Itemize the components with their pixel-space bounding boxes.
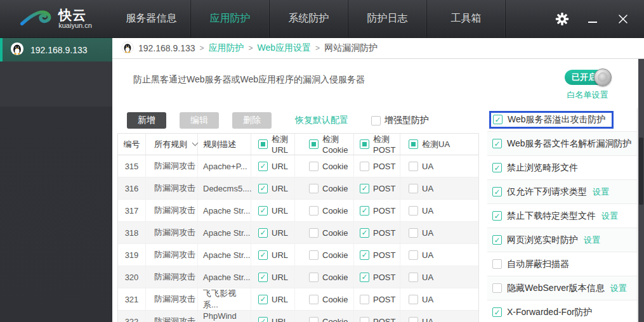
check-url-cell: URL xyxy=(251,155,295,177)
minimize-icon[interactable] xyxy=(586,12,600,26)
protection-option-row[interactable]: Web服务器溢出攻击防护 xyxy=(487,108,637,132)
checkbox-unchecked[interactable] xyxy=(492,259,502,269)
table-row[interactable]: 319防漏洞攻击Apache Str...URLCookiePOSTUA xyxy=(118,244,478,266)
breadcrumb-app-protection[interactable]: 应用防护 xyxy=(209,42,244,54)
checkbox-unchecked[interactable] xyxy=(409,206,418,216)
breadcrumb-web-app-settings[interactable]: Web应用设置 xyxy=(258,42,312,54)
checkbox-checked[interactable] xyxy=(492,307,502,317)
checkbox-unchecked[interactable] xyxy=(409,162,418,171)
table-row[interactable]: 315防漏洞攻击Apache+P...URLCookiePOSTUA xyxy=(118,155,478,177)
protection-option-row[interactable]: 网页浏览实时防护设置 xyxy=(487,228,637,252)
protection-option-row[interactable]: X-Forwarded-For防护 xyxy=(487,300,637,322)
protection-option-row[interactable]: Web服务器文件名解析漏洞防护 xyxy=(487,132,637,156)
check-cookie-cell: Cookie xyxy=(295,222,354,243)
nav-toolbox[interactable]: 工具箱 xyxy=(427,0,506,37)
nav-system-protection[interactable]: 系统防护 xyxy=(270,0,348,37)
checkbox-unchecked[interactable] xyxy=(309,162,319,171)
checkbox-checked[interactable] xyxy=(258,250,268,260)
checkbox-unchecked[interactable] xyxy=(409,228,418,238)
checkbox-unchecked[interactable] xyxy=(409,250,418,260)
checkbox-unchecked[interactable] xyxy=(309,295,319,304)
protection-toggle[interactable]: 已开启 xyxy=(565,69,610,86)
checkbox-unchecked[interactable] xyxy=(360,295,369,304)
checkbox-checked[interactable] xyxy=(258,162,268,171)
checkbox-unchecked[interactable] xyxy=(360,162,369,171)
checkbox-checked[interactable] xyxy=(492,139,502,148)
checkbox-unchecked[interactable] xyxy=(309,317,319,322)
checkbox-unchecked[interactable] xyxy=(409,317,418,322)
nav-server-info[interactable]: 服务器信息 xyxy=(112,0,191,37)
checkbox-checked[interactable] xyxy=(360,228,369,238)
checkbox-checked[interactable] xyxy=(258,228,268,238)
rule-type: 防漏洞攻击 xyxy=(154,316,195,322)
settings-link[interactable]: 设置 xyxy=(610,283,627,294)
restore-defaults-link[interactable]: 恢复默认配置 xyxy=(295,115,348,126)
checkbox-checked[interactable] xyxy=(360,250,369,260)
check-all-post-checkbox[interactable] xyxy=(360,139,369,149)
table-row[interactable]: 320防漏洞攻击Apache Str...URLCookiePOSTUA xyxy=(118,266,478,288)
protection-option-row[interactable]: 隐藏WebServer版本信息设置 xyxy=(487,276,637,300)
checkbox-unchecked[interactable] xyxy=(309,250,319,260)
checkbox-checked[interactable] xyxy=(258,295,268,304)
protection-option-row[interactable]: 自动屏蔽扫描器 xyxy=(487,252,637,276)
table-row[interactable]: 318防漏洞攻击Apache Str...URLCookiePOSTUA xyxy=(118,222,478,244)
checkbox-checked[interactable] xyxy=(360,206,369,216)
nav-protection-log[interactable]: 防护日志 xyxy=(348,0,427,37)
checkbox-unchecked[interactable] xyxy=(360,317,369,322)
check-post-label: POST xyxy=(373,184,395,193)
rule-desc: Apache Str... xyxy=(203,228,250,238)
check-all-url-checkbox[interactable] xyxy=(258,139,268,149)
settings-link[interactable]: 设置 xyxy=(584,235,600,246)
checkbox-checked[interactable] xyxy=(258,317,268,322)
protection-option-row[interactable]: 仅允许下列请求类型设置 xyxy=(487,180,637,204)
scrollbar-thumb[interactable] xyxy=(639,138,643,205)
checkbox-unchecked[interactable] xyxy=(309,228,319,238)
checkbox-unchecked[interactable] xyxy=(309,273,319,282)
highlighted-option: Web服务器溢出攻击防护 xyxy=(489,111,614,129)
delete-rule-button[interactable]: 删除 xyxy=(232,112,272,129)
enhanced-protection-option[interactable]: 增强型防护 xyxy=(371,115,429,126)
nav-app-protection[interactable]: 应用防护 xyxy=(191,0,270,37)
table-row[interactable]: 317防漏洞攻击Apache Str...URLCookiePOSTUA xyxy=(118,200,478,222)
table-row[interactable]: 321防漏洞攻击飞飞影视系...URLCookiePOSTUA xyxy=(118,288,478,311)
checkbox-unchecked[interactable] xyxy=(409,273,418,282)
check-all-ua-checkbox[interactable] xyxy=(409,139,418,149)
toggle-knob[interactable] xyxy=(594,68,612,86)
check-cookie-label: Cookie xyxy=(322,317,348,322)
checkbox-checked[interactable] xyxy=(492,235,502,245)
checkbox-unchecked[interactable] xyxy=(492,283,502,293)
checkbox-checked[interactable] xyxy=(258,184,268,193)
rule-type-cell: 防漏洞攻击 xyxy=(146,200,198,221)
edit-rule-button[interactable]: 编辑 xyxy=(180,112,219,129)
header-rules-filter-dropdown[interactable]: 所有规则 xyxy=(146,134,198,155)
checkbox-checked[interactable] xyxy=(258,273,268,282)
sidebar-item-server[interactable]: 192.168.9.133 xyxy=(0,38,112,61)
checkbox-checked[interactable] xyxy=(258,206,268,216)
rule-desc: Apache+P... xyxy=(203,162,247,171)
vertical-scrollbar[interactable] xyxy=(638,59,644,322)
protection-option-row[interactable]: 禁止浏览畸形文件 xyxy=(487,156,637,180)
enhanced-protection-checkbox[interactable] xyxy=(371,116,381,126)
whitelist-settings-link[interactable]: 白名单设置 xyxy=(565,89,610,101)
settings-link[interactable]: 设置 xyxy=(601,210,618,222)
checkbox-checked[interactable] xyxy=(360,273,369,282)
checkbox-checked[interactable] xyxy=(493,115,503,124)
protection-option-row[interactable]: 禁止下载特定类型文件设置 xyxy=(487,204,637,228)
gear-icon[interactable] xyxy=(555,12,569,26)
table-row[interactable]: 322防漏洞攻击PhpWind后...URLCookiePOSTUA xyxy=(118,311,478,322)
rule-desc-cell: Apache Str... xyxy=(198,200,251,221)
checkbox-unchecked[interactable] xyxy=(409,184,418,193)
checkbox-checked[interactable] xyxy=(492,163,502,172)
table-row[interactable]: 316防漏洞攻击Dedecms5....URLCookiePOSTUA xyxy=(118,177,478,200)
close-icon[interactable] xyxy=(616,12,630,26)
checkbox-checked[interactable] xyxy=(492,211,502,221)
add-rule-button[interactable]: 新增 xyxy=(127,112,166,129)
check-all-cookie-checkbox[interactable] xyxy=(309,139,319,149)
checkbox-unchecked[interactable] xyxy=(309,184,319,193)
checkbox-unchecked[interactable] xyxy=(409,295,418,304)
checkbox-checked[interactable] xyxy=(360,184,369,193)
checkbox-unchecked[interactable] xyxy=(309,206,319,216)
rule-id-cell: 320 xyxy=(118,266,146,288)
checkbox-checked[interactable] xyxy=(492,187,502,196)
settings-link[interactable]: 设置 xyxy=(593,186,609,198)
